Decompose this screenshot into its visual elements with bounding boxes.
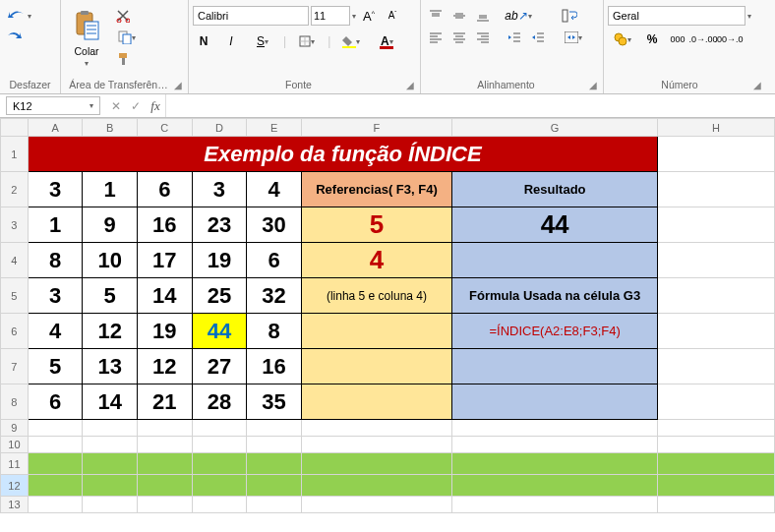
cell[interactable] [83, 453, 138, 475]
cell[interactable]: 23 [192, 207, 247, 243]
cell[interactable]: 30 [247, 207, 302, 243]
col-header[interactable]: B [83, 119, 138, 137]
row-header[interactable]: 9 [1, 420, 29, 437]
cell[interactable]: 10 [83, 243, 138, 278]
cell[interactable]: 9 [83, 207, 138, 243]
cell[interactable]: 13 [83, 349, 138, 384]
cell[interactable]: 3 [192, 172, 247, 207]
wrap-text-button[interactable] [559, 6, 580, 26]
cell[interactable]: 6 [247, 243, 302, 278]
font-color-button[interactable]: A▾ [372, 31, 401, 51]
dialog-launcher-icon[interactable]: ◢ [589, 80, 599, 90]
cell[interactable]: 17 [137, 243, 192, 278]
cell[interactable] [192, 497, 247, 513]
cell[interactable]: 3 [28, 278, 83, 314]
col-header[interactable]: F [301, 119, 451, 137]
cell[interactable]: 5 [83, 278, 138, 314]
cell[interactable]: 19 [192, 243, 247, 278]
cell[interactable]: 14 [83, 384, 138, 420]
cell[interactable]: 28 [192, 384, 247, 420]
cell[interactable] [301, 314, 451, 349]
cell[interactable]: 14 [137, 278, 192, 314]
row-header[interactable]: 6 [1, 314, 29, 349]
cell[interactable] [28, 497, 83, 513]
col-header[interactable]: G [452, 119, 658, 137]
orientation-button[interactable]: ab↗▾ [504, 6, 533, 26]
cell[interactable]: (linha 5 e coluna 4) [301, 278, 451, 314]
cell[interactable]: 35 [247, 384, 302, 420]
copy-button[interactable]: ▾ [112, 28, 142, 47]
cell[interactable] [247, 437, 302, 453]
cell[interactable]: 16 [247, 349, 302, 384]
number-format-select[interactable] [608, 6, 745, 26]
formula-input[interactable] [165, 94, 775, 117]
cell[interactable] [301, 437, 451, 453]
cell[interactable] [192, 453, 247, 475]
dialog-launcher-icon[interactable]: ◢ [406, 80, 416, 90]
cell[interactable]: 12 [83, 314, 138, 349]
title-cell[interactable]: Exemplo da função ÍNDICE [28, 137, 657, 172]
align-right-button[interactable] [472, 28, 494, 47]
cell[interactable]: 4 [247, 172, 302, 207]
cell[interactable] [137, 497, 192, 513]
col-header[interactable]: C [137, 119, 192, 137]
row-header[interactable]: 12 [1, 475, 29, 497]
col-header[interactable]: E [247, 119, 302, 137]
bold-button[interactable]: N [193, 31, 214, 51]
row-header[interactable]: 11 [1, 453, 29, 475]
cell[interactable]: =ÍNDICE(A2:E8;F3;F4) [452, 314, 658, 349]
cell[interactable] [137, 453, 192, 475]
row-header[interactable]: 3 [1, 207, 29, 243]
cell[interactable]: 4 [28, 314, 83, 349]
align-bottom-button[interactable] [472, 6, 494, 26]
increase-font-button[interactable]: A^ [358, 6, 380, 26]
row-header[interactable]: 13 [1, 497, 29, 513]
cell[interactable]: 27 [192, 349, 247, 384]
decrease-font-button[interactable]: Aˇ [382, 6, 403, 26]
increase-indent-button[interactable] [527, 28, 549, 47]
cell[interactable] [658, 497, 775, 513]
cell[interactable]: 6 [137, 172, 192, 207]
cell[interactable]: Resultado [452, 172, 658, 207]
format-painter-button[interactable] [112, 49, 134, 69]
name-box[interactable]: K12 ▾ [6, 96, 100, 115]
cell[interactable] [192, 420, 247, 437]
increase-decimal-button[interactable]: .0→.00 [692, 30, 714, 49]
cell[interactable] [658, 420, 775, 437]
cell[interactable] [301, 497, 451, 513]
align-top-button[interactable] [425, 6, 447, 26]
align-center-button[interactable] [448, 28, 470, 47]
col-header[interactable]: H [658, 119, 775, 137]
cell[interactable] [452, 384, 658, 420]
cell[interactable] [247, 453, 302, 475]
accept-formula-button[interactable]: ✓ [126, 94, 146, 117]
cell[interactable]: 5 [28, 349, 83, 384]
spreadsheet[interactable]: A B C D E F G H 1Exemplo da função ÍNDIC… [0, 118, 775, 530]
dialog-launcher-icon[interactable]: ◢ [174, 80, 184, 90]
row-header[interactable]: 8 [1, 384, 29, 420]
row-header[interactable]: 7 [1, 349, 29, 384]
cell[interactable] [83, 437, 138, 453]
cell[interactable] [658, 437, 775, 453]
cell[interactable] [137, 437, 192, 453]
cell[interactable]: 8 [28, 243, 83, 278]
merge-button[interactable]: ▾ [559, 28, 588, 47]
fill-color-button[interactable]: ▾ [336, 31, 366, 51]
cell[interactable] [452, 349, 658, 384]
cell[interactable] [658, 453, 775, 475]
row-header[interactable]: 10 [1, 437, 29, 453]
decrease-decimal-button[interactable]: .00→.0 [718, 30, 740, 49]
dialog-launcher-icon[interactable]: ◢ [753, 80, 763, 90]
row-header[interactable]: 1 [1, 137, 29, 172]
italic-button[interactable]: I [220, 31, 242, 51]
cell[interactable]: Referencias( F3, F4) [301, 172, 451, 207]
cell[interactable] [192, 475, 247, 497]
cell[interactable] [192, 437, 247, 453]
cell[interactable] [301, 384, 451, 420]
borders-button[interactable]: ▾ [292, 31, 322, 51]
cell[interactable]: 44 [192, 314, 247, 349]
align-left-button[interactable] [425, 28, 447, 47]
cell[interactable] [28, 437, 83, 453]
cell[interactable] [301, 475, 451, 497]
cell[interactable] [452, 437, 658, 453]
